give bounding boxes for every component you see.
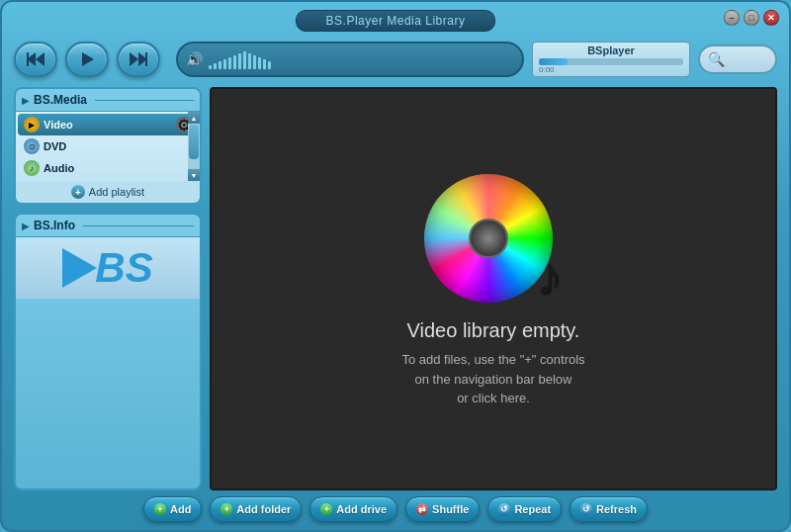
media-item-audio[interactable]: ♪ Audio (18, 157, 198, 179)
add-playlist-button[interactable]: + Add playlist (16, 181, 200, 203)
fast-forward-button[interactable] (117, 42, 160, 77)
search-box[interactable]: 🔍 (698, 44, 777, 74)
volume-icon: 🔊 (186, 51, 203, 67)
scrollbar-thumb[interactable] (189, 125, 199, 159)
content-area[interactable]: ♪ Video library empty. To add files, use… (210, 87, 777, 490)
media-list: ▶ Video ⚙ ⊙ DVD ♪ Audio ▲ (16, 112, 200, 181)
panel-divider (95, 100, 194, 101)
info-panel-title: BS.Info (34, 219, 75, 232)
vol-bar-0 (209, 65, 212, 69)
play-button[interactable] (65, 42, 109, 77)
media-panel-header: ▶ BS.Media (16, 89, 200, 112)
audio-icon: ♪ (24, 160, 40, 176)
svg-rect-2 (27, 52, 29, 66)
volume-area: 🔊 (176, 42, 524, 77)
search-icon: 🔍 (708, 51, 725, 67)
volume-bars[interactable] (209, 49, 271, 69)
title-bar: BS.Player Media Library – □ ✕ (2, 2, 789, 36)
svg-marker-4 (130, 52, 138, 66)
progress-fill (539, 58, 568, 65)
btn-icon-repeat: ↺ (498, 503, 510, 515)
bottom-btn-add[interactable]: +Add (143, 496, 202, 522)
vol-bar-3 (223, 59, 226, 69)
main-view: ♪ Video library empty. To add files, use… (210, 87, 777, 490)
vol-bar-4 (228, 57, 231, 69)
bs-logo-text: BS (95, 247, 152, 289)
bottom-btn-repeat[interactable]: ↺Repeat (487, 496, 562, 522)
music-note-icon: ♪ (536, 244, 564, 308)
media-item-video[interactable]: ▶ Video ⚙ (18, 114, 198, 135)
info-panel-header: ▶ BS.Info (16, 215, 200, 237)
vol-bar-7 (243, 51, 246, 69)
maximize-button[interactable]: □ (744, 10, 759, 26)
info-panel: ▶ BS.Info BS (14, 213, 202, 490)
close-button[interactable]: ✕ (763, 10, 779, 26)
vol-bar-12 (268, 61, 271, 69)
player-info: BSplayer 0:00 (532, 42, 690, 77)
scroll-up-arrow[interactable]: ▲ (188, 112, 200, 124)
btn-icon-add: + (220, 503, 232, 515)
btn-label-add-1: Add folder (236, 503, 291, 515)
rewind-button[interactable] (14, 42, 57, 77)
btn-icon-add: + (320, 503, 332, 515)
main-content: ▶ BS.Media ▶ Video ⚙ ⊙ DVD ♪ (2, 83, 789, 490)
svg-marker-1 (36, 52, 44, 66)
media-panel-arrow: ▶ (22, 95, 30, 106)
vol-bar-11 (263, 59, 266, 69)
media-panel: ▶ BS.Media ▶ Video ⚙ ⊙ DVD ♪ (14, 87, 202, 205)
bottom-btn-add-folder[interactable]: +Add folder (210, 496, 302, 522)
progress-label: 0:00 (539, 65, 683, 74)
vol-bar-1 (214, 63, 217, 69)
media-panel-title: BS.Media (34, 93, 87, 107)
btn-icon-shuffle: ⇄ (416, 503, 428, 515)
empty-subtitle: To add files, use the "+" controlson the… (401, 350, 584, 408)
add-playlist-label: Add playlist (89, 186, 144, 198)
svg-marker-3 (82, 52, 94, 66)
btn-label-add-0: Add (170, 503, 191, 515)
vol-bar-5 (233, 55, 236, 69)
scroll-down-arrow[interactable]: ▼ (188, 169, 200, 181)
cd-inner (469, 219, 508, 258)
info-panel-arrow: ▶ (22, 221, 30, 231)
btn-label-add-2: Add drive (336, 503, 387, 515)
media-item-dvd-label: DVD (44, 140, 66, 152)
bottom-btn-shuffle[interactable]: ⇄Shuffle (405, 496, 480, 522)
video-icon: ▶ (24, 117, 40, 133)
media-item-video-label: Video (44, 119, 73, 131)
bottom-bar: +Add+Add folder+Add drive⇄Shuffle↺Repeat… (2, 490, 789, 530)
progress-bar[interactable] (539, 58, 683, 65)
scrollbar[interactable]: ▲ ▼ (188, 112, 200, 181)
dvd-icon: ⊙ (24, 138, 40, 154)
bs-logo-area: BS (16, 237, 200, 299)
btn-icon-add: + (154, 503, 166, 515)
vol-bar-6 (238, 53, 241, 69)
svg-rect-6 (145, 52, 147, 66)
vol-bar-2 (219, 61, 221, 69)
add-playlist-icon: + (71, 185, 85, 199)
app-window: BS.Player Media Library – □ ✕ (0, 0, 791, 532)
toolbar: 🔊 BSplayer 0:00 🔍 (2, 36, 789, 83)
player-name: BSplayer (539, 44, 683, 56)
media-item-dvd[interactable]: ⊙ DVD (18, 135, 198, 157)
info-panel-divider (83, 225, 194, 226)
window-title: BS.Player Media Library (296, 10, 496, 32)
btn-label-shuffle-3: Shuffle (432, 503, 469, 515)
window-controls: – □ ✕ (724, 10, 779, 26)
minimize-button[interactable]: – (724, 10, 740, 26)
bs-logo: BS (62, 247, 152, 289)
sidebar: ▶ BS.Media ▶ Video ⚙ ⊙ DVD ♪ (14, 87, 202, 490)
vol-bar-8 (248, 53, 251, 69)
bottom-btn-add-drive[interactable]: +Add drive (309, 496, 397, 522)
empty-message: Video library empty. To add files, use t… (401, 319, 584, 408)
vol-bar-10 (258, 57, 261, 69)
btn-label-repeat-4: Repeat (514, 503, 551, 515)
media-item-audio-label: Audio (44, 162, 74, 174)
bottom-btn-refresh[interactable]: ↺Refresh (570, 496, 648, 522)
vol-bar-9 (253, 55, 256, 69)
bs-play-arrow (62, 248, 97, 288)
btn-label-refresh-5: Refresh (596, 503, 637, 515)
media-icon: ♪ (424, 169, 563, 308)
btn-icon-refresh: ↺ (580, 503, 592, 515)
empty-title: Video library empty. (401, 319, 584, 342)
